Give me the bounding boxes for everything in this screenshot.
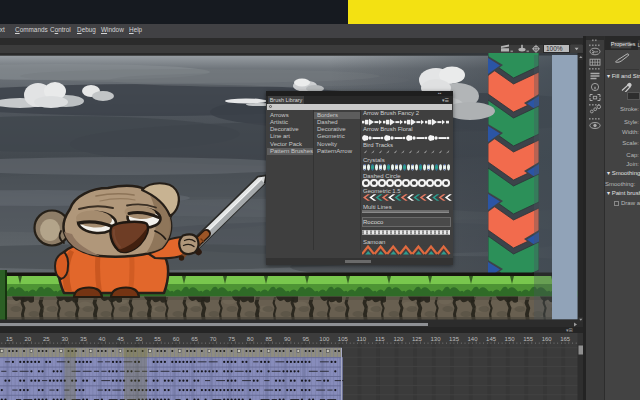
svg-text:100: 100 <box>319 336 330 342</box>
svg-text:90: 90 <box>284 336 291 342</box>
svg-text:140: 140 <box>468 336 479 342</box>
svg-text:20: 20 <box>24 336 31 342</box>
svg-text:110: 110 <box>357 336 367 342</box>
svg-text:155: 155 <box>523 336 534 342</box>
svg-text:125: 125 <box>412 336 423 342</box>
svg-text:95: 95 <box>302 336 309 342</box>
svg-text:120: 120 <box>393 336 404 342</box>
svg-text:65: 65 <box>191 336 198 342</box>
svg-text:25: 25 <box>43 336 50 342</box>
svg-text:145: 145 <box>486 336 497 342</box>
svg-text:30: 30 <box>62 336 69 342</box>
svg-text:75: 75 <box>228 336 235 342</box>
svg-text:60: 60 <box>173 336 180 342</box>
svg-text:130: 130 <box>430 336 441 342</box>
svg-text:45: 45 <box>117 336 124 342</box>
svg-text:165: 165 <box>560 336 571 342</box>
svg-text:160: 160 <box>542 336 553 342</box>
svg-text:35: 35 <box>80 336 87 342</box>
svg-text:15: 15 <box>6 336 13 342</box>
svg-text:85: 85 <box>265 336 272 342</box>
svg-text:50: 50 <box>136 336 143 342</box>
svg-text:135: 135 <box>449 336 460 342</box>
svg-text:80: 80 <box>247 336 254 342</box>
svg-text:55: 55 <box>154 336 161 342</box>
svg-text:105: 105 <box>338 336 349 342</box>
svg-text:70: 70 <box>210 336 217 342</box>
svg-text:100%: 100% <box>546 45 563 52</box>
svg-text:150: 150 <box>505 336 516 342</box>
svg-text:40: 40 <box>99 336 106 342</box>
svg-text:115: 115 <box>375 336 385 342</box>
